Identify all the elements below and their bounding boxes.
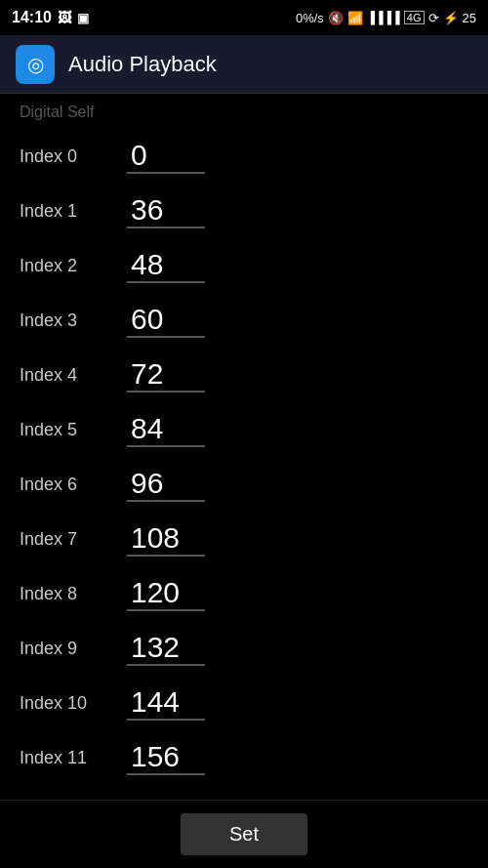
index-label: Index 10 — [20, 693, 127, 714]
table-row[interactable]: Index 00 — [0, 129, 488, 184]
index-value-wrapper[interactable]: 144 — [127, 685, 205, 721]
index-label: Index 3 — [20, 310, 127, 331]
image-icon: 🖼 — [58, 10, 71, 25]
index-value[interactable]: 0 — [131, 139, 147, 171]
wifi-icon: 📶 — [347, 11, 363, 25]
index-value[interactable]: 132 — [131, 631, 180, 663]
app-icon: ◎ — [16, 45, 55, 84]
index-value-wrapper[interactable]: 84 — [127, 412, 205, 447]
mute-icon: 🔇 — [328, 11, 344, 25]
index-label: Index 7 — [20, 529, 127, 550]
index-label: Index 4 — [20, 365, 127, 386]
partial-label: Digital Self — [20, 103, 94, 121]
index-value-wrapper[interactable]: 0 — [127, 139, 205, 174]
signal-icon: ▐▐▐▐ — [367, 11, 400, 24]
partial-row: Digital Self — [0, 100, 488, 129]
content-area[interactable]: Digital Self Index 00Index 136Index 248I… — [0, 94, 488, 800]
status-right: 0%/s 🔇 📶 ▐▐▐▐ 4G ⟳ ⚡ 25 — [296, 11, 476, 25]
index-value[interactable]: 36 — [131, 193, 163, 226]
status-time: 14:10 — [12, 9, 52, 26]
table-row[interactable]: Index 7108 — [0, 512, 488, 566]
index-list: Index 00Index 136Index 248Index 360Index… — [0, 129, 488, 800]
index-label: Index 8 — [20, 584, 127, 604]
table-row[interactable]: Index 248 — [0, 238, 488, 293]
table-row[interactable]: Index 584 — [0, 402, 488, 457]
index-value[interactable]: 156 — [131, 740, 180, 772]
index-value-wrapper[interactable]: 60 — [127, 303, 205, 338]
index-value[interactable]: 60 — [131, 303, 163, 335]
table-row[interactable]: Index 12168 — [0, 785, 488, 800]
table-row[interactable]: Index 472 — [0, 348, 488, 402]
index-value-wrapper[interactable]: 132 — [127, 631, 205, 666]
index-value-wrapper[interactable]: 108 — [127, 521, 205, 557]
app-header: ◎ Audio Playback — [0, 35, 488, 94]
index-value[interactable]: 144 — [131, 685, 180, 718]
battery-value: 25 — [463, 11, 476, 25]
index-value[interactable]: 108 — [131, 521, 180, 554]
index-value[interactable]: 120 — [131, 576, 180, 608]
table-row[interactable]: Index 136 — [0, 184, 488, 238]
index-label: Index 2 — [20, 256, 127, 276]
table-row[interactable]: Index 11156 — [0, 730, 488, 785]
table-row[interactable]: Index 360 — [0, 293, 488, 348]
index-label: Index 5 — [20, 420, 127, 440]
index-label: Index 0 — [20, 146, 127, 167]
sync-icon: ⟳ — [428, 11, 439, 25]
table-row[interactable]: Index 10144 — [0, 676, 488, 730]
table-row[interactable]: Index 696 — [0, 457, 488, 512]
charge-icon: ⚡ — [443, 11, 459, 25]
index-value-wrapper[interactable]: 36 — [127, 193, 205, 228]
index-value[interactable]: 84 — [131, 412, 163, 444]
index-value[interactable]: 48 — [131, 248, 163, 280]
index-label: Index 11 — [20, 748, 127, 768]
index-label: Index 6 — [20, 475, 127, 495]
status-bar: 14:10 🖼 ▣ 0%/s 🔇 📶 ▐▐▐▐ 4G ⟳ ⚡ 25 — [0, 0, 488, 35]
notification-icon: ▣ — [77, 11, 89, 25]
index-value-wrapper[interactable]: 96 — [127, 467, 205, 502]
index-value[interactable]: 168 — [131, 795, 180, 800]
lte-icon: 4G — [404, 11, 425, 24]
status-left: 14:10 🖼 ▣ — [12, 9, 89, 26]
table-row[interactable]: Index 9132 — [0, 621, 488, 676]
index-value-wrapper[interactable]: 72 — [127, 357, 205, 393]
index-value-wrapper[interactable]: 120 — [127, 576, 205, 611]
table-row[interactable]: Index 8120 — [0, 566, 488, 621]
index-label: Index 1 — [20, 201, 127, 222]
bottom-bar: Set — [0, 800, 488, 868]
index-value[interactable]: 96 — [131, 467, 163, 499]
audio-icon: ◎ — [27, 53, 44, 76]
set-button[interactable]: Set — [181, 813, 307, 855]
index-value[interactable]: 72 — [131, 357, 163, 390]
index-value-wrapper[interactable]: 168 — [127, 795, 205, 800]
index-value-wrapper[interactable]: 48 — [127, 248, 205, 283]
index-value-wrapper[interactable]: 156 — [127, 740, 205, 775]
index-label: Index 9 — [20, 639, 127, 659]
app-title: Audio Playback — [68, 52, 217, 77]
data-speed: 0%/s — [296, 11, 324, 25]
